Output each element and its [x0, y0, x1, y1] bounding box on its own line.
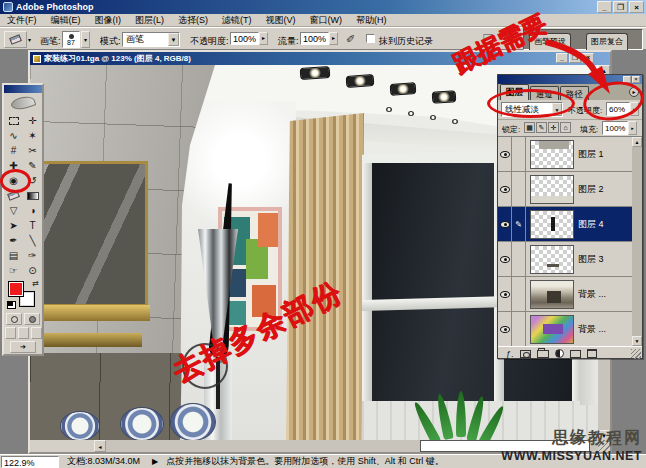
tab-paths[interactable]: 路径 [560, 86, 589, 100]
default-colors-icon[interactable] [7, 301, 16, 309]
layer-name[interactable]: 图层 3 [578, 253, 604, 266]
standard-mode-button[interactable] [6, 313, 22, 325]
tool-path-selection[interactable]: ➤ [4, 218, 23, 233]
menu-file[interactable]: 文件(F) [0, 13, 44, 28]
palette-resize-grip[interactable] [631, 349, 641, 359]
file-bucket-icon[interactable]: ❏ [483, 32, 494, 46]
tool-hand[interactable]: ☞ [4, 263, 23, 278]
lock-image-icon[interactable]: ✎ [536, 122, 547, 133]
tool-slice[interactable]: ✂ [23, 143, 42, 158]
opacity-slider-arrow[interactable]: ▸ [259, 32, 268, 45]
tool-rectangular-marquee[interactable] [4, 113, 23, 128]
palette-minimize-button[interactable] [623, 76, 631, 83]
layer-thumbnail[interactable] [530, 175, 574, 204]
tool-eyedropper[interactable]: ✑ [23, 248, 42, 263]
layers-palette-titlebar[interactable]: × [498, 75, 642, 84]
quick-mask-button[interactable] [24, 313, 40, 325]
tab-channels[interactable]: 通道 [530, 86, 559, 100]
screen-mode-fullscreen-button[interactable] [31, 327, 42, 339]
menu-image[interactable]: 图像(I) [88, 13, 129, 28]
layers-scroll-down[interactable]: ▼ [632, 336, 642, 346]
menu-layer[interactable]: 图层(L) [128, 13, 171, 28]
brush-picker-arrow[interactable]: ▾ [81, 31, 90, 48]
layers-scroll-up[interactable]: ▲ [632, 137, 642, 147]
layer-thumbnail[interactable] [530, 140, 574, 169]
tool-lasso[interactable]: ∿ [4, 128, 23, 143]
swap-colors-icon[interactable]: ⇄ [32, 279, 39, 288]
link-cell[interactable] [512, 137, 526, 171]
tool-zoom[interactable]: ⊙ [23, 263, 42, 278]
doc-minimize-button[interactable]: _ [556, 53, 568, 63]
tool-brush[interactable]: ✎ [23, 158, 42, 173]
new-layer-icon[interactable] [570, 350, 581, 358]
visibility-toggle[interactable] [498, 277, 512, 311]
link-cell[interactable] [512, 277, 526, 311]
layer-opacity-arrow[interactable]: ▸ [630, 102, 639, 116]
lock-position-icon[interactable]: ✛ [548, 122, 559, 133]
airbrush-icon[interactable]: ✐ [346, 33, 355, 46]
flow-value[interactable]: 100% [300, 32, 329, 45]
layer-name[interactable]: 图层 2 [578, 183, 604, 196]
menu-window[interactable]: 窗口(W) [303, 13, 350, 28]
screen-mode-standard-button[interactable] [5, 327, 16, 339]
visibility-toggle[interactable] [498, 207, 512, 241]
layer-name[interactable]: 背景 ... [578, 323, 606, 336]
delete-layer-icon[interactable] [587, 349, 597, 358]
link-cell[interactable] [512, 172, 526, 206]
mode-dropdown-icon[interactable]: ▼ [168, 33, 179, 46]
layers-scrollbar[interactable]: ▲ ▼ [632, 137, 642, 346]
hscroll-track[interactable] [106, 440, 598, 452]
tab-brush-presets[interactable]: 画笔预设 [529, 33, 571, 50]
blend-mode-dropdown-icon[interactable]: ▼ [552, 103, 562, 116]
palette-close-button[interactable]: × [632, 76, 640, 83]
layer-row[interactable]: 图层 3 [498, 242, 642, 277]
layer-name[interactable]: 图层 1 [578, 148, 604, 161]
layer-row[interactable]: 图层 1 [498, 137, 642, 172]
layer-row-selected[interactable]: ✎ 图层 4 [498, 207, 642, 242]
opacity-field[interactable]: 100%▸ [230, 32, 268, 47]
layer-thumbnail[interactable] [530, 210, 574, 239]
tool-line[interactable]: ╲ [23, 233, 42, 248]
fill-arrow[interactable]: ▸ [628, 121, 637, 135]
foreground-color-swatch[interactable] [8, 281, 24, 297]
doc-resize-grip[interactable] [598, 440, 610, 452]
layer-opacity-value[interactable]: 60% [606, 102, 630, 116]
fill-value[interactable]: 100% [602, 121, 628, 135]
hscroll-thumb[interactable] [420, 440, 590, 452]
layer-thumbnail[interactable] [530, 315, 574, 344]
tool-blur[interactable]: ▽ [4, 203, 23, 218]
document-titlebar[interactable]: 家装练习01.tga @ 123% (图层 4, RGB/8) _ ❐ × [30, 52, 610, 65]
menu-help[interactable]: 帮助(H) [349, 13, 394, 28]
status-popup-arrow[interactable]: ▶ [152, 457, 158, 466]
tab-layers[interactable]: 图层 [500, 84, 529, 100]
doc-close-button[interactable]: × [582, 53, 594, 63]
visibility-toggle[interactable] [498, 172, 512, 206]
visibility-toggle[interactable] [498, 312, 512, 346]
palette-menu-button[interactable]: ▸ [629, 87, 639, 97]
visibility-toggle[interactable] [498, 242, 512, 276]
brush-file-icon[interactable]: ✎ [505, 32, 515, 46]
brush-preview[interactable]: 87 [62, 31, 80, 48]
tab-layer-comps[interactable]: 图层复合 [586, 33, 628, 50]
zoom-percent-field[interactable]: 122.9% [1, 456, 59, 468]
tool-pen[interactable]: ✒ [4, 233, 23, 248]
menu-view[interactable]: 视图(V) [259, 13, 303, 28]
link-cell[interactable] [512, 242, 526, 276]
layer-opacity-field[interactable]: 60%▸ [606, 102, 639, 116]
erase-to-history-checkbox[interactable] [366, 34, 375, 43]
link-cell[interactable] [512, 312, 526, 346]
layer-row[interactable]: 图层 2 [498, 172, 642, 207]
opacity-value[interactable]: 100% [230, 32, 259, 45]
tool-type[interactable]: T [23, 218, 42, 233]
menu-filter[interactable]: 滤镜(T) [215, 13, 259, 28]
jump-to-imageready-button[interactable]: ➔ [10, 341, 36, 353]
tool-crop[interactable]: # [4, 143, 23, 158]
tool-magic-wand[interactable]: ✶ [23, 128, 42, 143]
app-close-button[interactable]: × [629, 1, 644, 13]
tool-preset-arrow-icon[interactable]: ▾ [28, 37, 31, 43]
flow-slider-arrow[interactable]: ▸ [329, 32, 338, 45]
layer-row[interactable]: 背景 ... [498, 312, 642, 347]
screen-mode-fullscreen-menubar-button[interactable] [18, 327, 29, 339]
layer-thumbnail[interactable] [530, 245, 574, 274]
tool-notes[interactable]: ▤ [4, 248, 23, 263]
